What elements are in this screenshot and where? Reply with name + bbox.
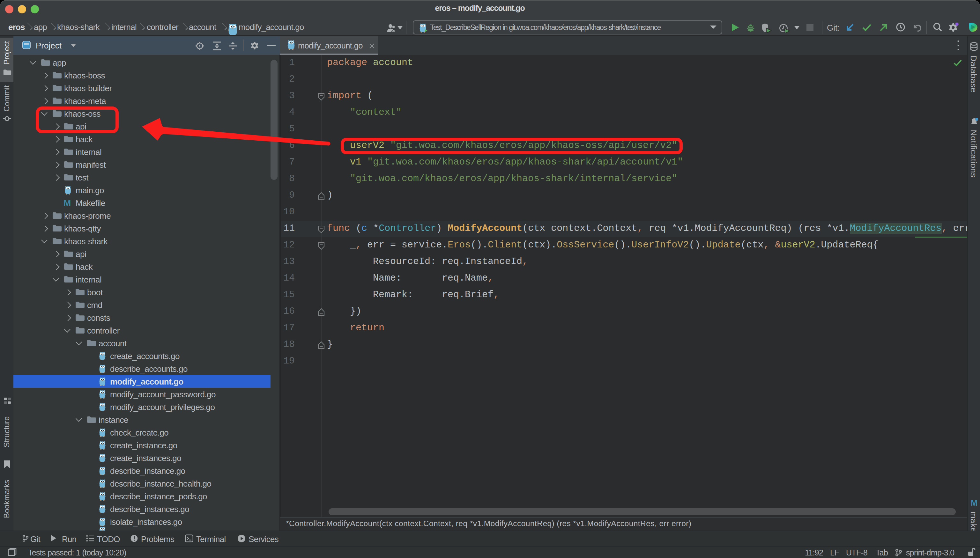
svg-text:make: make bbox=[969, 512, 978, 530]
svg-text:Structure: Structure bbox=[2, 417, 11, 447]
svg-text:Notifications: Notifications bbox=[969, 130, 978, 177]
svg-text:Database: Database bbox=[969, 56, 978, 92]
svg-text:Commit: Commit bbox=[2, 85, 11, 112]
svg-text:Bookmarks: Bookmarks bbox=[2, 480, 11, 518]
svg-text:Project: Project bbox=[2, 41, 11, 65]
